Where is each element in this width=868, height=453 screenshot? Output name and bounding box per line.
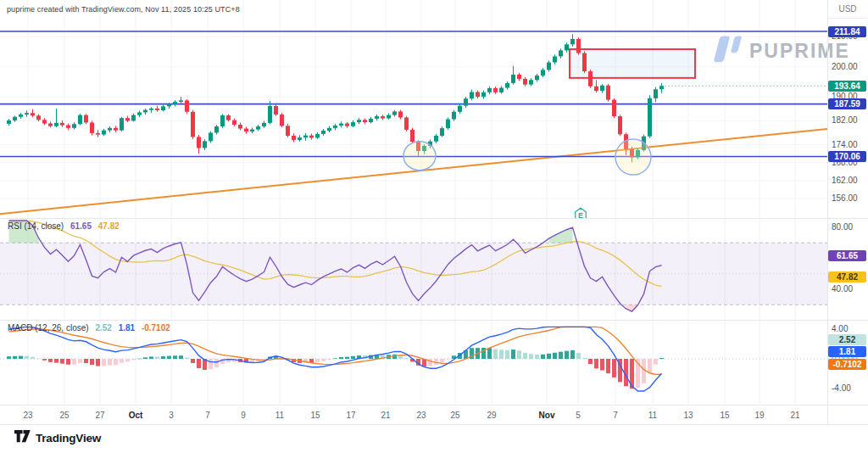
candle-body	[143, 110, 147, 113]
time-label-day: 11	[275, 411, 284, 420]
candle-body	[523, 79, 527, 85]
candle-body	[553, 56, 557, 62]
candle-body	[470, 92, 474, 98]
macd-indicator-label: MACD (12, 26, close)	[8, 323, 89, 333]
macd-pane[interactable]	[0, 321, 827, 405]
candle-body	[268, 106, 272, 123]
candle-body	[576, 39, 581, 53]
rsi-value: 61.65	[70, 221, 92, 231]
candle-body	[232, 120, 236, 125]
price-pane[interactable]: E	[0, 0, 827, 219]
time-label-day: 5	[576, 411, 581, 420]
macd-histogram-bar	[66, 359, 70, 365]
candle-body	[612, 100, 616, 116]
macd-histogram-bar	[582, 358, 587, 359]
candle-body	[84, 115, 88, 123]
candle-body	[66, 126, 70, 128]
candle-body	[404, 117, 409, 129]
macd-histogram-bar	[90, 359, 94, 365]
candle-body	[387, 115, 391, 119]
candle-body	[559, 50, 563, 56]
macd-histogram-bar	[523, 353, 527, 359]
candle-body	[606, 86, 610, 100]
candle-body	[262, 123, 266, 126]
candle-body	[600, 86, 604, 91]
candle-body	[214, 126, 219, 132]
candle-body	[481, 92, 486, 97]
time-label-day: 9	[241, 411, 246, 420]
macd-histogram-bar	[48, 359, 53, 362]
macd-histogram-bar	[167, 356, 171, 359]
candle-body	[648, 98, 652, 137]
macd-histogram-bar	[321, 359, 326, 361]
macd-histogram-bar	[36, 359, 41, 360]
candle-body	[381, 116, 385, 118]
macd-histogram-bar	[327, 359, 331, 360]
macd-histogram-bar	[511, 350, 515, 359]
macd-histogram-bar	[345, 357, 349, 359]
macd-histogram-bar	[493, 349, 498, 359]
time-label-day: 3	[169, 411, 174, 420]
candle-body	[280, 115, 284, 126]
price-axis-badge: 187.59	[828, 98, 866, 109]
candle-body	[167, 104, 171, 107]
time-label-day: 23	[23, 411, 32, 420]
tradingview-brand-label: TradingView	[36, 432, 101, 445]
rsi-pane[interactable]	[0, 219, 827, 321]
candle-body	[102, 131, 106, 135]
price-axis-badge: 211.84	[828, 26, 866, 37]
candle-body	[434, 136, 438, 142]
time-label-day: 27	[95, 411, 104, 420]
macd-histogram-bar	[659, 358, 664, 359]
candle-body	[7, 120, 11, 124]
candle-body	[60, 123, 64, 126]
macd-histogram-bar	[553, 353, 557, 359]
macd-histogram-bar	[404, 358, 409, 359]
time-label-day: 7	[205, 411, 210, 420]
price-tick-label: 182.00	[832, 115, 858, 125]
highlight-circle[interactable]	[615, 139, 651, 175]
macd-tick-label: -4.00	[832, 383, 851, 393]
macd-histogram-bar	[161, 356, 165, 359]
candle-body	[155, 109, 159, 110]
candle-body	[125, 118, 130, 120]
rsi-indicator-legend[interactable]: RSI (14, close) 61.65 47.82	[8, 221, 120, 231]
highlight-circle[interactable]	[403, 142, 436, 171]
candle-body	[286, 126, 290, 136]
price-axis-badge: 193.64	[828, 81, 866, 92]
macd-histogram-bar	[541, 355, 545, 359]
tradingview-logo-icon	[14, 430, 31, 446]
candle-body	[120, 118, 124, 130]
macd-histogram-bar	[137, 359, 142, 360]
macd-histogram-bar	[131, 359, 136, 360]
candle-body	[452, 112, 456, 120]
macd-histogram-bar	[517, 350, 521, 359]
rsi-axis-badge: 61.65	[828, 250, 866, 261]
macd-line	[9, 327, 662, 391]
candle-body	[48, 124, 53, 126]
macd-histogram-bar	[19, 356, 23, 359]
macd-histogram-bar	[54, 359, 58, 363]
candle-body	[565, 44, 569, 50]
time-label-day: 23	[416, 411, 426, 420]
macd-histogram-bar	[209, 359, 213, 369]
time-label-day: 21	[790, 411, 799, 420]
pane-separator[interactable]	[0, 218, 868, 219]
candle-body	[392, 111, 397, 115]
time-label-day: 19	[754, 411, 764, 420]
candle-body	[440, 128, 444, 136]
macd-histogram-bar	[339, 357, 343, 359]
macd-histogram-bar	[446, 359, 450, 360]
macd-histogram-bar	[570, 350, 575, 359]
macd-histogram-bar	[149, 356, 153, 359]
macd-histogram-bar	[565, 351, 569, 359]
pane-separator[interactable]	[0, 320, 868, 321]
currency-toggle[interactable]: USD	[828, 0, 867, 19]
candle-body	[570, 39, 575, 44]
candle-body	[220, 115, 225, 126]
chart-bottom-border	[0, 424, 868, 425]
candle-body	[327, 128, 331, 131]
credit-text: puprime created with TradingView.com, No…	[7, 5, 240, 14]
macd-indicator-legend[interactable]: MACD (12, 26, close) 2.52 1.81 -0.7102	[8, 323, 170, 333]
time-axis-separator	[0, 405, 868, 405]
